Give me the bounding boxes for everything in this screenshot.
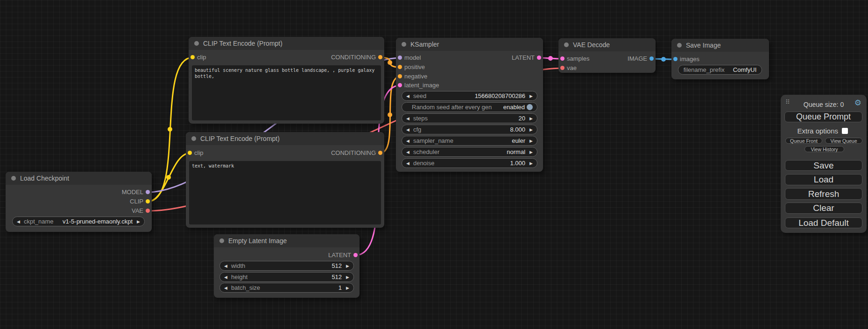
widget-value[interactable]: 8.000 (510, 126, 526, 133)
latent-image-input-port[interactable] (398, 83, 402, 87)
latent-output-port[interactable] (353, 253, 358, 257)
increment-arrow-icon[interactable]: ▶ (529, 150, 533, 154)
model-output-port[interactable] (146, 190, 150, 194)
collapse-dot-icon[interactable] (677, 43, 682, 48)
widget-value[interactable]: 20 (519, 115, 525, 122)
ckpt-name-widget[interactable]: ◀ ckpt_name v1-5-pruned-emaonly.ckpt ▶ (12, 217, 145, 226)
sampler-name-widget[interactable]: ◀ sampler_name euler ▶ (402, 136, 537, 146)
view-queue-button[interactable]: View Queue (825, 138, 862, 144)
vae-output-label: VAE (132, 206, 143, 216)
clear-button[interactable]: Clear (785, 203, 862, 214)
increment-arrow-icon[interactable]: ▶ (529, 127, 533, 132)
node-title-bar[interactable]: Save Image (671, 39, 769, 52)
conditioning-output-port[interactable] (378, 55, 382, 59)
negative-prompt-textarea[interactable]: text, watermark (189, 161, 381, 224)
load-default-button[interactable]: Load Default (785, 217, 862, 228)
samples-input-port[interactable] (560, 56, 565, 61)
increment-arrow-icon[interactable]: ▶ (529, 139, 533, 143)
collapse-dot-icon[interactable] (191, 136, 196, 141)
node-title-bar[interactable]: VAE Decode (558, 38, 656, 51)
positive-prompt-textarea[interactable]: beautiful scenery nature glass bottle la… (192, 65, 381, 120)
widget-value[interactable]: 1 (339, 284, 342, 291)
queue-size-label: Queue size: 0 (781, 101, 867, 108)
decrement-arrow-icon[interactable]: ◀ (406, 116, 409, 121)
decrement-arrow-icon[interactable]: ◀ (406, 127, 409, 132)
refresh-button[interactable]: Refresh (785, 188, 862, 200)
height-widget[interactable]: ◀ height 512 ▶ (219, 272, 354, 282)
collapse-dot-icon[interactable] (194, 41, 199, 46)
node-vae-decode: VAE Decode samples IMAGE vae (558, 38, 656, 73)
widget-value[interactable]: 156680208700286 (475, 92, 525, 99)
queue-prompt-button[interactable]: Queue Prompt (784, 112, 862, 122)
denoise-widget[interactable]: ◀ denoise 1.000 ▶ (402, 158, 537, 168)
collapse-dot-icon[interactable] (402, 42, 406, 47)
positive-input-port[interactable] (398, 65, 402, 69)
view-history-button[interactable]: View History (804, 146, 844, 152)
extra-options-checkbox[interactable] (842, 128, 848, 134)
load-button[interactable]: Load (785, 174, 862, 185)
widget-value[interactable]: 512 (332, 273, 342, 280)
decrement-arrow-icon[interactable]: ◀ (406, 139, 409, 143)
collapse-dot-icon[interactable] (219, 238, 224, 243)
negative-input-port[interactable] (398, 74, 402, 78)
node-title-bar[interactable]: KSampler (396, 38, 543, 51)
conditioning-output-port[interactable] (378, 151, 382, 155)
clip-input-port[interactable] (188, 151, 192, 155)
vae-input-port[interactable] (560, 66, 565, 70)
increment-arrow-icon[interactable]: ▶ (529, 161, 533, 166)
decrement-arrow-icon[interactable]: ◀ (224, 264, 227, 268)
increment-arrow-icon[interactable]: ▶ (529, 94, 533, 98)
widget-value[interactable]: 1.000 (510, 160, 526, 167)
collapse-dot-icon[interactable] (564, 42, 569, 47)
node-title-bar[interactable]: CLIP Text Encode (Prompt) (189, 37, 384, 50)
widget-value[interactable]: 512 (332, 262, 342, 269)
decrement-arrow-icon[interactable]: ◀ (224, 275, 227, 280)
decrement-arrow-icon[interactable]: ◀ (406, 94, 409, 98)
model-input-port[interactable] (398, 56, 402, 60)
random-seed-toggle-widget[interactable]: Random seed after every gen enabled (402, 102, 537, 112)
increment-arrow-icon[interactable]: ▶ (346, 264, 349, 268)
increment-arrow-icon[interactable]: ▶ (529, 116, 533, 121)
comfyui-canvas[interactable]: Load Checkpoint MODEL CLIP VAE ◀ ckpt_na… (0, 0, 868, 329)
steps-widget[interactable]: ◀ steps 20 ▶ (402, 113, 537, 123)
clip-output-port[interactable] (146, 199, 150, 203)
widget-value[interactable]: ComfyUI (733, 66, 757, 73)
node-title-bar[interactable]: Empty Latent Image (214, 234, 360, 247)
save-button[interactable]: Save (785, 160, 862, 171)
image-output-port[interactable] (649, 56, 654, 61)
vae-output-port[interactable] (146, 209, 150, 213)
node-save-image: Save Image images filename_prefix ComfyU… (671, 39, 769, 79)
node-clip-text-encode-positive: CLIP Text Encode (Prompt) clip CONDITION… (189, 37, 384, 124)
width-widget[interactable]: ◀ width 512 ▶ (219, 261, 354, 271)
decrement-arrow-icon[interactable]: ◀ (406, 161, 409, 166)
queue-front-button[interactable]: Queue Front (785, 138, 822, 144)
node-title: Empty Latent Image (228, 237, 287, 245)
decrement-arrow-icon[interactable]: ◀ (406, 150, 409, 154)
increment-arrow-icon[interactable]: ▶ (346, 286, 349, 290)
latent-output-port[interactable] (537, 56, 541, 60)
increment-arrow-icon[interactable]: ▶ (137, 219, 140, 224)
seed-widget[interactable]: ◀ seed 156680208700286 ▶ (402, 91, 537, 101)
widget-value[interactable]: v1-5-pruned-emaonly.ckpt (63, 218, 133, 225)
batch-size-widget[interactable]: ◀ batch_size 1 ▶ (219, 283, 354, 293)
toggle-knob-icon[interactable] (527, 104, 533, 110)
widget-value[interactable]: euler (512, 137, 525, 144)
cfg-widget[interactable]: ◀ cfg 8.000 ▶ (402, 125, 537, 134)
samples-input-label: samples (567, 54, 589, 63)
images-input-port[interactable] (673, 57, 677, 61)
node-load-checkpoint: Load Checkpoint MODEL CLIP VAE ◀ ckpt_na… (6, 172, 152, 232)
widget-label: sampler_name (413, 137, 453, 144)
decrement-arrow-icon[interactable]: ◀ (224, 286, 227, 290)
decrement-arrow-icon[interactable]: ◀ (17, 219, 20, 224)
node-title-bar[interactable]: Load Checkpoint (6, 172, 152, 185)
latent-output-label: LATENT (512, 53, 535, 63)
increment-arrow-icon[interactable]: ▶ (346, 275, 349, 280)
node-title-bar[interactable]: CLIP Text Encode (Prompt) (186, 132, 384, 145)
filename-prefix-widget[interactable]: filename_prefix ComfyUI (678, 65, 762, 75)
clip-input-port[interactable] (191, 55, 195, 59)
scheduler-widget[interactable]: ◀ scheduler normal ▶ (402, 147, 537, 157)
collapse-dot-icon[interactable] (11, 176, 16, 181)
settings-gear-icon[interactable]: ⚙ (854, 98, 861, 107)
queue-panel: ⠿ Queue size: 0 ⚙ Queue Prompt Extra opt… (781, 95, 867, 233)
widget-value[interactable]: normal (507, 148, 525, 155)
